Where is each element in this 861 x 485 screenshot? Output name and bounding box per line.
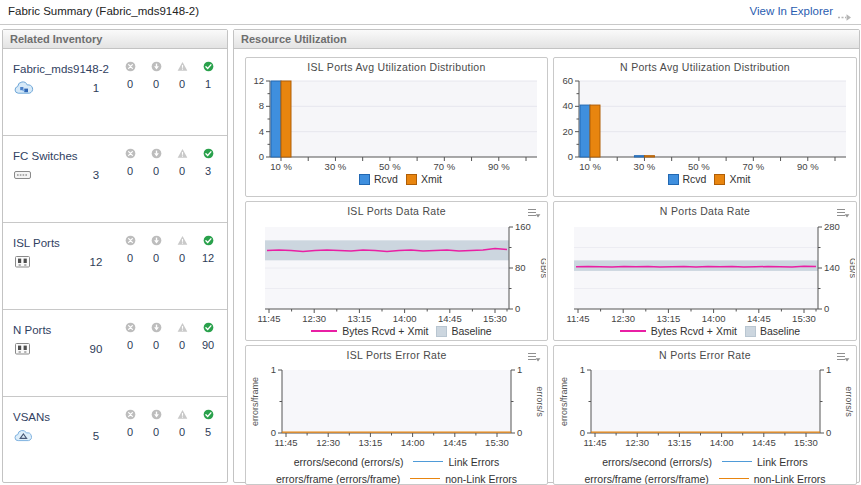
legend-swatch: [714, 174, 725, 185]
svg-text:11:45: 11:45: [566, 313, 589, 324]
status-column: 0: [117, 322, 143, 351]
data-rate-plot: 0140280GB/s11:4512:3013:1514:0014:4515:3…: [556, 221, 855, 325]
svg-text:11:45: 11:45: [257, 313, 280, 324]
legend-label: Baseline: [451, 325, 491, 337]
svg-text:10 %: 10 %: [579, 161, 601, 172]
status-count: 90: [202, 339, 214, 351]
legend-line-swatch: [719, 478, 749, 480]
status-count: 0: [179, 426, 185, 438]
svg-text:70 %: 70 %: [434, 161, 456, 172]
inventory-row-fc-switches[interactable]: FC Switches30003: [3, 136, 227, 223]
status-count: 12: [202, 252, 214, 264]
chart-options-icon[interactable]: [836, 205, 850, 216]
status-count: 0: [127, 339, 133, 351]
status-column: 0: [169, 148, 195, 177]
inventory-row-vsans[interactable]: VSANs50005: [3, 397, 227, 484]
status-count: 0: [153, 339, 159, 351]
status-column: 0: [117, 409, 143, 438]
status-count: 5: [205, 426, 211, 438]
chart-n-rate: N Ports Data Rate0140280GB/s11:4512:3013…: [553, 201, 857, 341]
status-column: 0: [143, 235, 169, 264]
inventory-item-label: FC Switches: [13, 150, 78, 162]
bar-chart-legend: RcvdXmit: [554, 173, 856, 185]
inventory-row-fabric-mds9148-2[interactable]: Fabric_mds9148-210001: [3, 49, 227, 136]
down-icon: [151, 409, 162, 420]
status-column: 0: [169, 61, 195, 90]
legend-label: Baseline: [760, 325, 800, 337]
status-column: 0: [143, 409, 169, 438]
svg-text:160: 160: [515, 221, 531, 232]
status-summary: 0005: [117, 409, 221, 438]
chart-options-icon[interactable]: [527, 205, 541, 216]
vsan-cloud-icon: [13, 428, 35, 444]
legend-series-label: Link Errors: [757, 456, 808, 468]
chart-title-row: N Ports Avg Utilization Distribution: [554, 58, 856, 77]
inventory-row-n-ports[interactable]: N Ports9000090: [3, 310, 227, 397]
status-column: 0: [117, 235, 143, 264]
svg-text:14:45: 14:45: [443, 437, 467, 448]
inventory-item-label: Fabric_mds9148-2: [13, 63, 109, 75]
down-icon: [151, 322, 162, 333]
svg-text:14:00: 14:00: [401, 437, 425, 448]
svg-text:14:45: 14:45: [438, 313, 462, 324]
svg-text:15:30: 15:30: [483, 313, 507, 324]
legend-label: Bytes Rcvd + Xmit: [342, 325, 428, 337]
legend-line-swatch: [722, 461, 752, 463]
status-column: 0: [169, 409, 195, 438]
chart-title: N Ports Data Rate: [554, 205, 856, 217]
svg-text:12: 12: [253, 77, 264, 86]
chart-isl-rate: ISL Ports Data Rate080160GB/s11:4512:301…: [245, 201, 548, 341]
svg-text:GB/s: GB/s: [848, 258, 855, 279]
legend-line-swatch: [410, 478, 440, 480]
svg-text:8: 8: [259, 100, 264, 111]
bar-chart-plot: 0481210 %30 %50 %70 %90 %: [248, 77, 545, 173]
legend-swatch: [668, 174, 679, 185]
svg-text:13:15: 13:15: [348, 313, 372, 324]
chart-title: ISL Ports Avg Utilization Distribution: [246, 61, 547, 73]
related-inventory-header: Related Inventory: [3, 30, 227, 49]
ok-icon: [203, 409, 214, 420]
svg-text:60: 60: [562, 77, 573, 86]
inventory-item-label: N Ports: [13, 324, 51, 336]
svg-text:0: 0: [259, 151, 264, 162]
legend-line-swatch: [311, 330, 337, 332]
warning-icon: [177, 409, 188, 420]
svg-text:14:00: 14:00: [701, 313, 725, 324]
chart-options-icon[interactable]: [836, 349, 850, 360]
chart-title-row: ISL Ports Data Rate: [246, 202, 547, 221]
data-rate-legend: Bytes Rcvd + XmitBaseline: [246, 325, 547, 337]
status-column: 0: [117, 61, 143, 90]
data-rate-legend: Bytes Rcvd + XmitBaseline: [554, 325, 856, 337]
legend-swatch: [406, 174, 417, 185]
svg-text:0: 0: [515, 303, 520, 314]
down-icon: [151, 61, 162, 72]
chart-options-icon[interactable]: [527, 349, 541, 360]
svg-text:12:30: 12:30: [316, 437, 340, 448]
bar-chart-legend: RcvdXmit: [246, 173, 547, 185]
svg-text:errors/s: errors/s: [844, 386, 854, 417]
svg-text:40: 40: [562, 100, 573, 111]
page-title: Fabric Summary (Fabric_mds9148-2): [8, 5, 199, 17]
legend-box-swatch: [436, 326, 447, 337]
svg-text:50 %: 50 %: [379, 161, 401, 172]
chart-title: ISL Ports Data Rate: [246, 205, 547, 217]
svg-text:13:15: 13:15: [656, 313, 680, 324]
charts-grid: ISL Ports Avg Utilization Distribution04…: [234, 49, 859, 485]
svg-text:15:30: 15:30: [792, 313, 816, 324]
chart-title: ISL Ports Error Rate: [246, 349, 547, 361]
status-count: 0: [153, 252, 159, 264]
view-in-explorer-link[interactable]: View In Explorer: [749, 5, 833, 17]
status-summary: 0001: [117, 61, 221, 90]
chart-title-row: ISL Ports Avg Utilization Distribution: [246, 58, 547, 77]
error-rate-legend: errors/second (errors/s)Link Errorserror…: [554, 453, 856, 485]
status-summary: 0003: [117, 148, 221, 177]
svg-text:14:00: 14:00: [393, 313, 417, 324]
status-column: 0: [143, 148, 169, 177]
warning-icon: [177, 148, 188, 159]
chart-title: N Ports Error Rate: [554, 349, 856, 361]
svg-text:0: 0: [826, 427, 831, 438]
svg-text:11:45: 11:45: [274, 437, 297, 448]
ok-icon: [203, 322, 214, 333]
error-rate-plot: 1100errors/frameerrors/s11:4512:3013:151…: [247, 365, 546, 453]
inventory-row-isl-ports[interactable]: ISL Ports1200012: [3, 223, 227, 310]
